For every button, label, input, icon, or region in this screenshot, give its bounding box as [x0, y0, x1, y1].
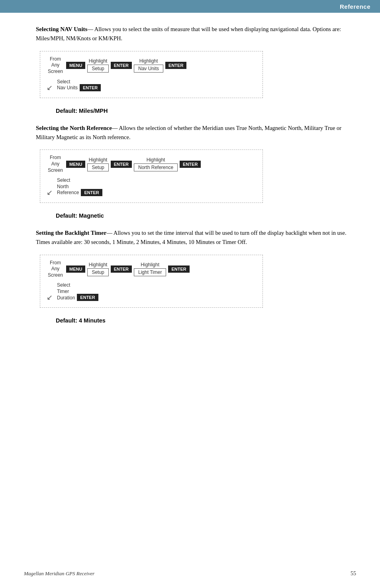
footer: Magellan Meridian GPS Receiver 55 — [0, 570, 380, 577]
diagram-backlight-timer-return: ↙ SelectTimerDuration ENTER — [47, 282, 256, 303]
highlight-lighttimer-3: Highlight Light Timer — [134, 262, 166, 276]
main-content: Selecting NAV Units— Allows you to selec… — [0, 13, 380, 349]
return-label-1: SelectNav Units — [57, 79, 78, 91]
section-nav-units-text: Selecting NAV Units— Allows you to selec… — [36, 25, 356, 43]
highlight-setup-2: Highlight Setup — [87, 157, 108, 171]
section-backlight-timer: Setting the Backlight Timer— Allows you … — [24, 228, 356, 324]
enter-btn-3a: ENTER — [111, 265, 132, 273]
menu-btn-3: MENU — [66, 265, 85, 273]
enter-btn-2a: ENTER — [111, 161, 132, 168]
enter-btn-1a: ENTER — [111, 62, 132, 69]
menu-btn-1: MENU — [66, 62, 85, 69]
enter-btn-2c: ENTER — [81, 189, 102, 196]
diagram-nav-units-flow-top: FromAnyScreen MENU Highlight Setup ENTER… — [47, 56, 256, 75]
enter-btn-3c: ENTER — [77, 294, 98, 301]
diagram-nav-units: FromAnyScreen MENU Highlight Setup ENTER… — [40, 51, 263, 98]
return-label-2: SelectNorthReference — [57, 177, 79, 196]
diagram-backlight-timer: FromAnyScreen MENU Highlight Setup ENTER… — [40, 255, 263, 308]
section-backlight-timer-text: Setting the Backlight Timer— Allows you … — [36, 228, 356, 247]
default-nav-units: Default: Miles/MPH — [56, 108, 356, 114]
return-label-3: SelectTimerDuration — [57, 282, 75, 301]
section-nav-units: Selecting NAV Units— Allows you to selec… — [24, 25, 356, 114]
diagram-north-reference-box: FromAnyScreen MENU Highlight Setup ENTER… — [40, 149, 263, 203]
highlight-navunits-1: Highlight Nav Units — [134, 58, 163, 73]
from-label-2: FromAnyScreen — [47, 155, 64, 173]
corner-arrow-2: ↙ — [47, 189, 53, 196]
section-nav-units-title: Selecting NAV Units — [36, 26, 87, 32]
enter-btn-1b: ENTER — [165, 62, 186, 69]
enter-btn-2b: ENTER — [180, 161, 201, 168]
diagram-north-reference-flow-top: FromAnyScreen MENU Highlight Setup ENTER… — [47, 155, 256, 173]
corner-arrow-1: ↙ — [47, 84, 53, 91]
diagram-backlight-timer-flow-top: FromAnyScreen MENU Highlight Setup ENTER… — [47, 260, 256, 279]
header-title: Reference — [340, 3, 370, 10]
section-backlight-timer-title: Setting the Backlight Timer — [36, 230, 106, 236]
enter-btn-3b: ENTER — [168, 265, 189, 273]
diagram-backlight-timer-box: FromAnyScreen MENU Highlight Setup ENTER… — [40, 255, 263, 308]
menu-btn-2: MENU — [66, 161, 85, 168]
corner-arrow-3: ↙ — [47, 294, 53, 301]
section-north-reference-text: Selecting the North Reference— Allows th… — [36, 124, 356, 142]
from-label-3: FromAnyScreen — [47, 260, 64, 279]
diagram-north-reference: FromAnyScreen MENU Highlight Setup ENTER… — [40, 149, 263, 203]
footer-page: 55 — [351, 570, 356, 577]
enter-btn-1c: ENTER — [80, 84, 101, 91]
section-north-reference: Selecting the North Reference— Allows th… — [24, 124, 356, 219]
diagram-nav-units-return: ↙ SelectNav Units ENTER — [47, 79, 256, 93]
section-north-reference-title: Selecting the North Reference — [36, 125, 112, 131]
from-label-1: FromAnyScreen — [47, 56, 64, 75]
default-north-reference: Default: Magnetic — [56, 212, 356, 219]
diagram-north-reference-return: ↙ SelectNorthReference ENTER — [47, 177, 256, 198]
default-backlight-timer: Default: 4 Minutes — [56, 317, 356, 324]
footer-brand: Magellan Meridian GPS Receiver — [24, 570, 94, 577]
highlight-northref-2: Highlight North Reference — [134, 157, 178, 171]
highlight-setup-3: Highlight Setup — [87, 262, 108, 276]
diagram-nav-units-box: FromAnyScreen MENU Highlight Setup ENTER… — [40, 51, 263, 98]
header-bar: Reference — [0, 0, 380, 13]
highlight-setup-1: Highlight Setup — [87, 58, 108, 73]
